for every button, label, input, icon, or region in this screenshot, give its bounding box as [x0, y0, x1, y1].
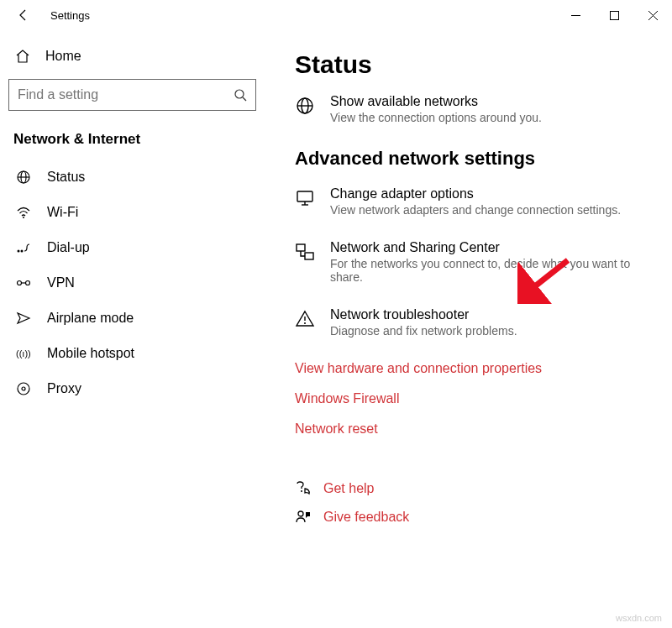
svg-rect-22 — [297, 244, 305, 251]
svg-point-8 — [18, 250, 20, 253]
adapter-options[interactable]: Change adapter options View network adap… — [295, 186, 647, 217]
globe-icon — [295, 94, 317, 124]
option-title: Show available networks — [330, 94, 542, 109]
svg-text:((ı)): ((ı)) — [16, 348, 31, 358]
option-desc: View the connection options around you. — [330, 111, 542, 124]
airplane-icon — [15, 311, 32, 326]
sidebar-item-label: Mobile hotspot — [47, 346, 134, 361]
sidebar-item-label: Proxy — [47, 381, 81, 396]
svg-point-11 — [26, 281, 30, 285]
search-box[interactable] — [8, 79, 256, 111]
close-button[interactable] — [633, 2, 672, 29]
svg-line-3 — [243, 97, 246, 101]
svg-rect-19 — [297, 191, 312, 201]
svg-point-9 — [21, 250, 24, 253]
feedback-row[interactable]: Give feedback — [295, 509, 647, 526]
option-desc: Diagnose and fix network problems. — [330, 324, 517, 338]
titlebar: Settings — [0, 0, 672, 30]
get-help-row[interactable]: Get help — [295, 480, 647, 497]
help-icon — [295, 480, 312, 497]
sidebar-category: Network & Internet — [13, 131, 256, 148]
sidebar-home-label: Home — [45, 49, 81, 64]
window-title: Settings — [50, 9, 90, 22]
svg-rect-1 — [610, 11, 618, 19]
troubleshooter-option[interactable]: Network troubleshooter Diagnose and fix … — [295, 307, 647, 338]
firewall-link[interactable]: Windows Firewall — [295, 391, 647, 406]
option-title: Network and Sharing Center — [330, 240, 647, 255]
svg-point-27 — [298, 511, 303, 516]
sidebar-item-label: VPN — [47, 275, 75, 290]
option-desc: For the networks you connect to, decide … — [330, 257, 647, 284]
maximize-button[interactable] — [595, 2, 633, 29]
search-input[interactable] — [18, 87, 234, 102]
svg-point-14 — [18, 383, 29, 395]
sidebar-item-airplane[interactable]: Airplane mode — [8, 301, 256, 336]
svg-point-15 — [22, 387, 25, 390]
back-button[interactable] — [13, 5, 34, 25]
watermark: wsxdn.com — [616, 613, 662, 623]
get-help-link: Get help — [323, 481, 374, 496]
option-title: Change adapter options — [330, 186, 621, 201]
sidebar-item-hotspot[interactable]: ((ı)) Mobile hotspot — [8, 336, 256, 371]
home-icon — [15, 49, 30, 64]
hotspot-icon: ((ı)) — [15, 346, 32, 361]
sidebar-home[interactable]: Home — [8, 40, 256, 72]
option-title: Network troubleshooter — [330, 307, 517, 322]
adapter-icon — [295, 186, 317, 217]
reset-link[interactable]: Network reset — [295, 421, 647, 437]
sidebar-item-wifi[interactable]: Wi-Fi — [8, 195, 256, 230]
svg-point-10 — [18, 281, 22, 285]
sharing-center-option[interactable]: Network and Sharing Center For the netwo… — [295, 240, 647, 284]
svg-point-7 — [23, 217, 24, 218]
advanced-settings-heading: Advanced network settings — [295, 148, 647, 170]
feedback-icon — [295, 509, 312, 526]
svg-point-2 — [235, 90, 244, 98]
feedback-link: Give feedback — [323, 510, 409, 525]
hardware-link[interactable]: View hardware and connection properties — [295, 361, 647, 376]
proxy-icon — [15, 381, 32, 396]
sidebar-item-status[interactable]: Status — [8, 160, 256, 195]
page-title: Status — [295, 50, 647, 79]
sidebar-item-label: Airplane mode — [47, 311, 134, 326]
sidebar-item-label: Wi-Fi — [47, 205, 78, 220]
sidebar-item-dialup[interactable]: Dial-up — [8, 230, 256, 265]
svg-point-26 — [301, 490, 302, 492]
show-networks-option[interactable]: Show available networks View the connect… — [295, 94, 647, 124]
sidebar-item-vpn[interactable]: VPN — [8, 265, 256, 301]
sidebar: Home Network & Internet Status Wi-Fi — [0, 30, 265, 628]
search-icon — [234, 88, 247, 102]
svg-rect-23 — [305, 253, 313, 259]
option-desc: View network adapters and change connect… — [330, 203, 621, 217]
sidebar-item-proxy[interactable]: Proxy — [8, 371, 256, 406]
dialup-icon — [15, 242, 32, 254]
svg-point-25 — [304, 322, 306, 324]
vpn-icon — [15, 277, 32, 289]
status-icon — [15, 170, 32, 185]
main-panel: Status Show available networks View the … — [265, 30, 672, 628]
wifi-icon — [15, 205, 32, 220]
sidebar-item-label: Status — [47, 170, 85, 185]
minimize-button[interactable] — [556, 2, 595, 29]
warning-icon — [295, 307, 317, 338]
sidebar-item-label: Dial-up — [47, 240, 90, 255]
sharing-icon — [295, 240, 317, 284]
